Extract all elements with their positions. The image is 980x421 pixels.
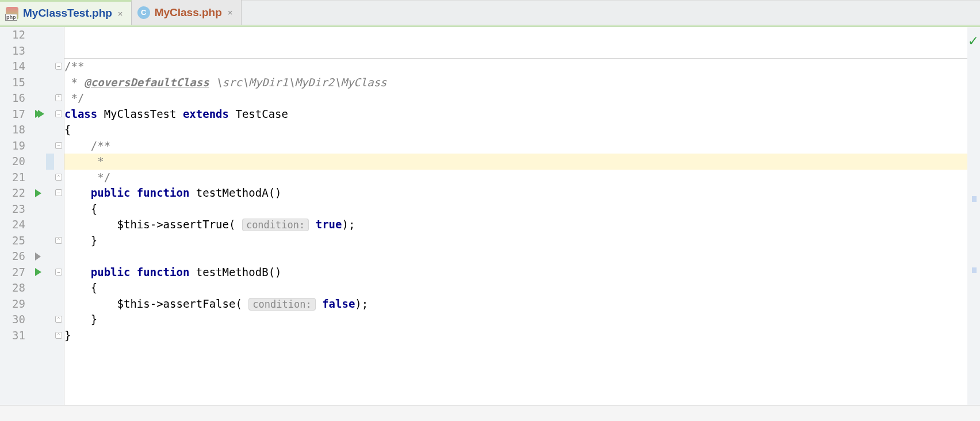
close-icon[interactable]: × [227,7,234,17]
fold-toggle-icon[interactable] [55,142,62,149]
line-number[interactable]: 24 [0,217,30,233]
line-number[interactable]: 23 [0,201,30,217]
editor-tabs-bar: MyClassTest.php × C MyClass.php × [0,0,980,25]
code-line[interactable]: * [64,154,980,170]
line-number[interactable]: 31 [0,328,30,344]
code-line[interactable]: $this->assertTrue( condition: true); [64,217,980,233]
code-line[interactable]: /** [64,59,980,75]
tab-myclasstest-php[interactable]: MyClassTest.php × [0,0,132,25]
fold-toggle-icon[interactable] [55,174,62,181]
fold-toggle-icon[interactable] [55,332,62,339]
fold-toggle-icon[interactable] [55,237,62,244]
status-bar [0,405,980,421]
parameter-hint-inlay: condition: [248,298,315,311]
fold-toggle-icon[interactable] [55,189,62,196]
tab-label: MyClass.php [155,6,222,19]
line-number[interactable]: 13 [0,43,30,59]
code-line[interactable]: * @coversDefaultClass \src\MyDir1\MyDir2… [64,75,980,91]
line-number[interactable]: 26 [0,248,30,265]
code-line[interactable]: { [64,280,980,296]
error-stripe-marker[interactable] [972,267,977,273]
code-line[interactable] [64,248,980,265]
php-file-icon [6,7,18,20]
code-line[interactable]: } [64,312,980,328]
code-line[interactable]: /** [64,138,980,154]
fold-toggle-icon[interactable] [55,110,62,117]
line-number[interactable]: 15 [0,75,30,91]
fold-toggle-icon[interactable] [55,63,62,70]
code-line[interactable]: } [64,328,980,344]
line-number-gutter[interactable]: 12 13 14 15 16 17 18 19 20 21 22 23 24 2… [0,27,30,405]
collapsed-region-icon[interactable] [32,248,44,265]
fold-toggle-icon[interactable] [55,94,62,101]
code-line[interactable]: public function testMethodB() [64,265,980,281]
class-file-icon: C [137,6,150,19]
code-line[interactable]: $this->assertFalse( condition: false); [64,296,980,312]
tabs-empty-area [242,0,980,25]
selection-gutter [46,27,54,405]
code-line[interactable]: */ [64,90,980,106]
run-test-icon[interactable] [32,265,44,281]
line-number[interactable]: 25 [0,233,30,249]
line-number[interactable]: 18 [0,122,30,138]
line-number[interactable]: 21 [0,170,30,186]
close-icon[interactable]: × [117,9,124,18]
line-number[interactable]: 27 [0,265,30,281]
run-test-icon[interactable] [32,185,44,201]
caret-line-marker [46,154,54,170]
inspection-ok-icon[interactable]: ✓ [968,32,978,49]
fold-toggle-icon[interactable] [55,316,62,323]
error-stripe-marker[interactable] [972,196,977,202]
code-line[interactable] [64,27,980,43]
code-line[interactable]: class MyClassTest extends TestCase [64,106,980,123]
run-marker-gutter [30,27,46,405]
run-all-tests-icon[interactable] [32,106,44,123]
code-line[interactable] [64,43,980,59]
line-number[interactable]: 19 [0,138,30,154]
code-editor[interactable]: /** * @coversDefaultClass \src\MyDir1\My… [64,27,980,405]
line-number[interactable]: 30 [0,312,30,328]
code-line[interactable]: public function testMethodA() [64,185,980,201]
method-separator [64,58,980,59]
editor: 12 13 14 15 16 17 18 19 20 21 22 23 24 2… [0,27,980,405]
code-line[interactable]: { [64,122,980,138]
line-number[interactable]: 17 [0,106,30,123]
line-number[interactable]: 22 [0,185,30,201]
line-number[interactable]: 28 [0,280,30,296]
parameter-hint-inlay: condition: [242,219,309,231]
line-number[interactable]: 16 [0,90,30,106]
line-number[interactable]: 20 [0,154,30,170]
line-number[interactable]: 14 [0,59,30,75]
code-line[interactable]: */ [64,170,980,186]
fold-toggle-icon[interactable] [55,269,62,275]
fold-gutter [54,27,64,405]
code-line[interactable]: { [64,201,980,217]
line-number[interactable]: 29 [0,296,30,312]
error-stripe[interactable] [967,27,980,405]
line-number[interactable]: 12 [0,27,30,43]
code-line[interactable]: } [64,233,980,249]
tab-myclass-php[interactable]: C MyClass.php × [132,0,242,25]
tab-label: MyClassTest.php [23,7,112,20]
